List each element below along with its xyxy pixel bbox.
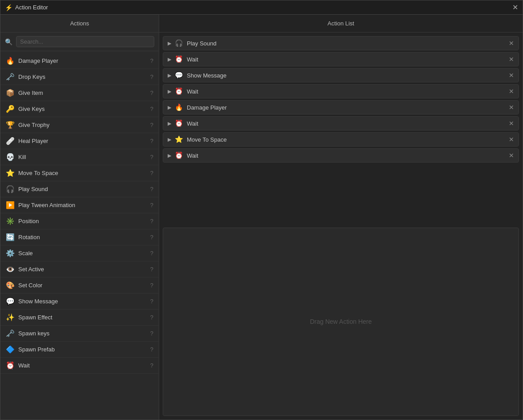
action-item-left: ⭐ Move To Space [6,169,58,177]
row-label-row-wait-1: Wait [187,56,505,63]
action-label-show-message: Show Message [18,298,58,305]
action-item-wait[interactable]: ⏰ Wait ? [0,358,159,374]
play-button-row-wait-4[interactable]: ▶ [168,153,171,159]
close-button[interactable]: ✕ [512,4,518,11]
action-item-heal-player[interactable]: 🩹 Heal Player ? [0,133,159,149]
action-icon-position: ✳️ [6,217,15,225]
action-item-position[interactable]: ✳️ Position ? [0,213,159,229]
row-icon-row-show-message: 💬 [175,71,183,79]
action-icon-kill: 💀 [6,153,15,161]
play-button-row-wait-2[interactable]: ▶ [168,89,171,94]
action-help-play-tween-animation[interactable]: ? [150,202,153,208]
action-row-row-wait-2[interactable]: ▶ ⏰ Wait ✕ [163,84,519,98]
action-icon-heal-player: 🩹 [6,137,15,145]
action-item-rotation[interactable]: 🔄 Rotation ? [0,229,159,245]
row-icon-row-wait-3: ⏰ [175,119,183,127]
action-help-spawn-effect[interactable]: ? [150,314,153,321]
action-help-play-sound[interactable]: ? [150,186,153,192]
play-button-row-wait-3[interactable]: ▶ [168,121,171,126]
action-row-row-play-sound[interactable]: ▶ 🎧 Play Sound ✕ [163,36,519,50]
action-item-left: 🎨 Set Color [6,281,42,290]
action-help-set-color[interactable]: ? [150,282,153,289]
row-close-row-show-message[interactable]: ✕ [509,72,514,78]
row-close-row-wait-4[interactable]: ✕ [509,152,514,159]
action-item-spawn-keys[interactable]: 🗝️ Spawn keys ? [0,326,159,342]
row-close-row-damage-player[interactable]: ✕ [509,104,514,110]
action-item-spawn-effect[interactable]: ✨ Spawn Effect ? [0,310,159,326]
action-help-give-item[interactable]: ? [150,90,153,96]
action-item-give-trophy[interactable]: 🏆 Give Trophy ? [0,117,159,133]
action-icon-damage-player: 🔥 [6,57,15,65]
play-button-row-move-to-space[interactable]: ▶ [168,137,171,143]
action-label-set-active: Set Active [18,266,44,273]
play-button-row-wait-1[interactable]: ▶ [168,57,171,62]
action-icon-give-item: 📦 [6,89,15,97]
action-help-set-active[interactable]: ? [150,266,153,273]
play-button-row-play-sound[interactable]: ▶ [168,41,171,46]
action-label-play-tween-animation: Play Tween Animation [18,202,75,208]
action-item-scale[interactable]: ⚙️ Scale ? [0,245,159,261]
action-help-heal-player[interactable]: ? [150,138,153,144]
play-button-row-show-message[interactable]: ▶ [168,73,171,78]
action-help-move-to-space[interactable]: ? [150,170,153,176]
left-panel: Actions 🔍 🔥 Damage Player ? 🗝️ Drop Keys… [0,15,159,420]
action-help-kill[interactable]: ? [150,154,153,160]
action-help-show-message[interactable]: ? [150,298,153,305]
play-button-row-damage-player[interactable]: ▶ [168,105,171,110]
action-help-rotation[interactable]: ? [150,234,153,241]
action-icon-play-tween-animation: ▶️ [6,201,15,209]
action-row-row-wait-1[interactable]: ▶ ⏰ Wait ✕ [163,52,519,66]
row-close-row-play-sound[interactable]: ✕ [509,40,514,46]
action-help-give-trophy[interactable]: ? [150,122,153,128]
row-label-row-move-to-space: Move To Space [187,136,505,143]
action-row-row-move-to-space[interactable]: ▶ ⭐ Move To Space ✕ [163,132,519,147]
action-item-left: 🔑 Give Keys [6,105,45,113]
action-help-give-keys[interactable]: ? [150,106,153,112]
action-icon-spawn-prefab: 🔷 [6,345,15,354]
action-item-drop-keys[interactable]: 🗝️ Drop Keys ? [0,69,159,85]
action-help-drop-keys[interactable]: ? [150,73,153,80]
action-label-give-item: Give Item [18,90,43,96]
row-close-row-move-to-space[interactable]: ✕ [509,136,514,143]
action-item-show-message[interactable]: 💬 Show Message ? [0,294,159,310]
action-list-container: ▶ 🎧 Play Sound ✕ ▶ ⏰ Wait ✕ ▶ 💬 Show Mes… [159,33,523,228]
action-row-row-damage-player[interactable]: ▶ 🔥 Damage Player ✕ [163,100,519,114]
action-row-row-wait-3[interactable]: ▶ ⏰ Wait ✕ [163,116,519,130]
action-item-set-color[interactable]: 🎨 Set Color ? [0,277,159,294]
row-close-row-wait-3[interactable]: ✕ [509,120,514,126]
action-item-left: 💬 Show Message [6,297,58,306]
action-help-damage-player[interactable]: ? [150,57,153,64]
action-item-left: 🩹 Heal Player [6,137,48,145]
row-close-row-wait-2[interactable]: ✕ [509,88,514,94]
action-help-position[interactable]: ? [150,218,153,224]
action-item-play-tween-animation[interactable]: ▶️ Play Tween Animation ? [0,197,159,213]
action-item-play-sound[interactable]: 🎧 Play Sound ? [0,181,159,197]
action-item-give-keys[interactable]: 🔑 Give Keys ? [0,101,159,117]
action-label-play-sound: Play Sound [18,186,48,192]
action-item-damage-player[interactable]: 🔥 Damage Player ? [0,53,159,69]
action-row-row-wait-4[interactable]: ▶ ⏰ Wait ✕ [163,148,519,163]
action-item-left: 📦 Give Item [6,89,43,97]
action-editor-window: ⚡ Action Editor ✕ Actions 🔍 🔥 Damage Pla… [0,0,523,420]
action-item-kill[interactable]: 💀 Kill ? [0,149,159,165]
search-input[interactable] [16,36,154,47]
action-help-scale[interactable]: ? [150,250,153,257]
action-item-give-item[interactable]: 📦 Give Item ? [0,85,159,101]
action-help-wait[interactable]: ? [150,362,153,369]
action-label-give-trophy: Give Trophy [18,122,49,128]
right-panel-header: Action List [159,15,523,33]
action-item-spawn-prefab[interactable]: 🔷 Spawn Prefab ? [0,342,159,358]
main-content: Actions 🔍 🔥 Damage Player ? 🗝️ Drop Keys… [0,15,523,420]
right-panel: Action List ▶ 🎧 Play Sound ✕ ▶ ⏰ Wait ✕ … [159,15,523,420]
row-label-row-wait-3: Wait [187,120,505,127]
row-label-row-wait-4: Wait [187,152,505,159]
action-help-spawn-prefab[interactable]: ? [150,346,153,353]
action-help-spawn-keys[interactable]: ? [150,330,153,337]
row-close-row-wait-1[interactable]: ✕ [509,56,514,62]
action-icon-set-color: 🎨 [6,281,15,290]
drop-zone[interactable]: Drag New Action Here [163,228,519,416]
action-item-set-active[interactable]: 👁️ Set Active ? [0,261,159,277]
action-item-left: ⚙️ Scale [6,249,33,257]
action-item-move-to-space[interactable]: ⭐ Move To Space ? [0,165,159,181]
action-row-row-show-message[interactable]: ▶ 💬 Show Message ✕ [163,68,519,82]
